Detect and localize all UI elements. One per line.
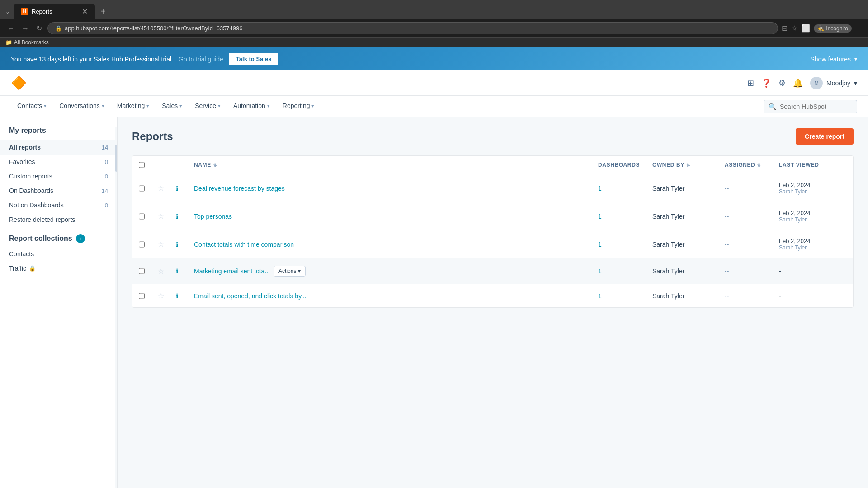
row2-star-cell: ☆: [151, 205, 169, 228]
trial-message: You have 13 days left in your Sales Hub …: [11, 56, 173, 63]
active-tab[interactable]: H Reports ✕: [14, 4, 95, 19]
nav-sales[interactable]: Sales ▾: [156, 96, 189, 117]
row1-dashboards-count[interactable]: 1: [598, 185, 602, 192]
row2-last-viewed-cell: Feb 2, 2024 Sarah Tyler: [772, 202, 853, 230]
row2-dashboards-cell: 1: [591, 206, 645, 227]
bookmark-icon[interactable]: ☆: [791, 24, 797, 33]
notifications-icon[interactable]: 🔔: [793, 78, 803, 88]
sidebar-item-custom-reports[interactable]: Custom reports 0: [0, 169, 117, 183]
header-owned-by[interactable]: OWNED BY ⇅: [645, 156, 717, 174]
row2-name-cell: Top personas: [187, 206, 591, 227]
row5-name-cell: Email sent, opened, and click totals by.…: [187, 285, 591, 307]
row3-dashboards-cell: 1: [591, 234, 645, 255]
header-assigned[interactable]: ASSIGNED ⇅: [717, 156, 772, 174]
apps-icon[interactable]: ⊞: [747, 78, 754, 88]
hs-logo[interactable]: 🔶: [11, 75, 27, 90]
talk-to-sales-button[interactable]: Talk to Sales: [229, 53, 279, 65]
row5-info-icon[interactable]: ℹ: [176, 292, 178, 300]
header-last-viewed[interactable]: LAST VIEWED: [772, 156, 853, 174]
row1-info-icon[interactable]: ℹ: [176, 185, 178, 192]
row1-checkbox[interactable]: [139, 185, 145, 192]
collections-info-icon[interactable]: i: [76, 234, 85, 243]
row2-star-icon[interactable]: ☆: [158, 212, 164, 221]
sidebar-item-custom-reports-label: Custom reports: [9, 173, 52, 180]
row2-name-link[interactable]: Top personas: [194, 213, 232, 220]
sidebar-item-restore-deleted[interactable]: Restore deleted reports: [0, 212, 117, 227]
row1-owned-by-cell: Sarah Tyler: [645, 178, 717, 199]
row1-star-icon[interactable]: ☆: [158, 184, 164, 192]
sidebar-collection-traffic[interactable]: Traffic 🔒: [0, 261, 117, 276]
address-bar[interactable]: 🔒 app.hubspot.com/reports-list/45105500/…: [47, 22, 778, 34]
settings-icon[interactable]: ⚙: [778, 78, 786, 88]
row2-info-icon[interactable]: ℹ: [176, 213, 178, 220]
sidebar-item-favorites[interactable]: Favorites 0: [0, 155, 117, 169]
collection-contacts-label: Contacts: [9, 250, 34, 258]
bookmarks-folder[interactable]: 📁 All Bookmarks: [5, 39, 49, 46]
user-avatar: M: [810, 77, 823, 89]
user-menu[interactable]: M Moodjoy ▾: [810, 77, 857, 89]
sidebar-item-not-on-dashboards[interactable]: Not on Dashboards 0: [0, 198, 117, 212]
sidebar-item-not-on-dashboards-label: Not on Dashboards: [9, 202, 64, 209]
sidebar-scrollbar[interactable]: [115, 127, 117, 488]
row5-star-icon[interactable]: ☆: [158, 291, 164, 300]
refresh-button[interactable]: ↻: [34, 22, 44, 34]
row3-dashboards-count[interactable]: 1: [598, 241, 602, 248]
row3-checkbox[interactable]: [139, 241, 145, 248]
nav-service[interactable]: Service ▾: [189, 96, 227, 117]
search-input[interactable]: [780, 103, 852, 110]
row4-star-icon[interactable]: ☆: [158, 267, 164, 276]
row5-info-cell: ℹ: [169, 285, 187, 307]
row3-name-link[interactable]: Contact totals with time comparison: [194, 241, 294, 248]
sidebar-item-on-dashboards[interactable]: On Dashboards 14: [0, 183, 117, 198]
header-name[interactable]: NAME ⇅: [187, 156, 591, 174]
row4-dashboards-cell: 1: [591, 260, 645, 282]
show-features-button[interactable]: Show features ▾: [811, 56, 858, 63]
forward-button[interactable]: →: [20, 23, 31, 34]
cast-icon[interactable]: ⊟: [782, 24, 788, 33]
row3-last-viewed-date: Feb 2, 2024: [779, 238, 810, 244]
row3-info-icon[interactable]: ℹ: [176, 241, 178, 248]
nav-conversations[interactable]: Conversations ▾: [53, 96, 111, 117]
name-sort-icon: ⇅: [213, 163, 217, 168]
incognito-label: Incognito: [826, 25, 848, 32]
nav-automation[interactable]: Automation ▾: [227, 96, 276, 117]
row5-name-link[interactable]: Email sent, opened, and click totals by.…: [194, 292, 307, 300]
tab-favicon: H: [21, 8, 28, 15]
new-tab-button[interactable]: +: [97, 5, 109, 19]
profile-icon[interactable]: ⬜: [801, 24, 810, 33]
row4-name-link[interactable]: Marketing email sent tota...: [194, 267, 270, 275]
nav-service-label: Service: [195, 102, 216, 109]
row5-dashboards-cell: 1: [591, 285, 645, 307]
sidebar-item-all-reports[interactable]: All reports 14: [0, 140, 117, 155]
row2-checkbox[interactable]: [139, 213, 145, 220]
search-bar[interactable]: 🔍: [764, 100, 857, 113]
row2-owned-by-cell: Sarah Tyler: [645, 206, 717, 227]
row5-dashboards-count[interactable]: 1: [598, 292, 602, 300]
row4-actions-chevron: ▾: [298, 268, 301, 274]
trial-guide-link[interactable]: Go to trial guide: [179, 56, 223, 63]
more-options-icon[interactable]: ⋮: [855, 24, 863, 33]
header-checkbox[interactable]: [139, 161, 145, 169]
sidebar-item-custom-reports-count: 0: [105, 173, 108, 180]
row4-checkbox[interactable]: [139, 267, 145, 275]
row4-dashboards-count[interactable]: 1: [598, 267, 602, 275]
help-icon[interactable]: ❓: [761, 78, 771, 88]
tab-expand-icon[interactable]: ⌄: [4, 7, 12, 17]
nav-contacts[interactable]: Contacts ▾: [11, 96, 53, 117]
tab-close-button[interactable]: ✕: [82, 7, 88, 16]
lock-icon: 🔒: [55, 25, 62, 32]
create-report-button[interactable]: Create report: [796, 128, 854, 145]
row2-last-viewed: Feb 2, 2024 Sarah Tyler: [779, 210, 810, 223]
nav-marketing[interactable]: Marketing ▾: [111, 96, 156, 117]
row2-dashboards-count[interactable]: 1: [598, 213, 602, 220]
nav-reporting[interactable]: Reporting ▾: [276, 96, 321, 117]
row5-last-viewed-cell: -: [772, 285, 853, 307]
sidebar-collection-contacts[interactable]: Contacts: [0, 247, 117, 261]
header-dashboards[interactable]: DASHBOARDS: [591, 156, 645, 174]
back-button[interactable]: ←: [5, 23, 16, 34]
row1-name-link[interactable]: Deal revenue forecast by stages: [194, 185, 285, 192]
row3-star-icon[interactable]: ☆: [158, 240, 164, 249]
row4-actions-button[interactable]: Actions ▾: [274, 266, 306, 277]
row4-info-icon[interactable]: ℹ: [176, 267, 178, 275]
row5-checkbox[interactable]: [139, 292, 145, 300]
